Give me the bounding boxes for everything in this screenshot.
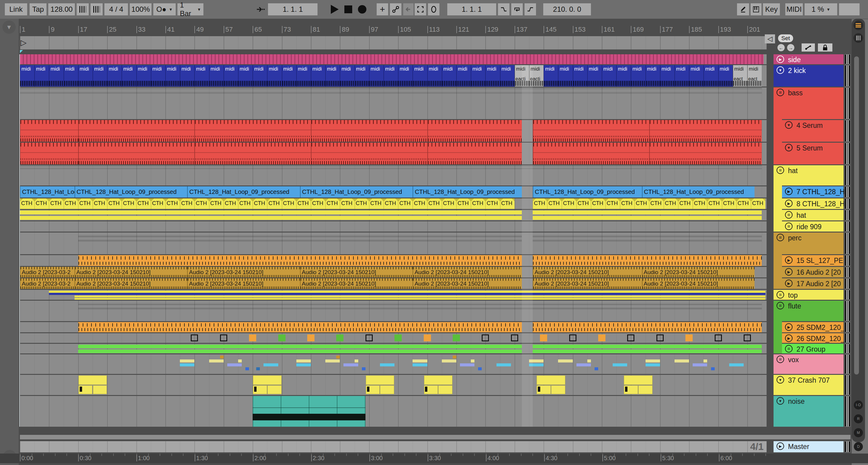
track-name[interactable]: 26 SDM2_120_ [797,335,845,343]
clip-midi[interactable]: midi [238,65,253,87]
clip-midi[interactable]: midi [340,65,354,87]
clip-serum[interactable] [427,143,522,164]
clip-cth[interactable]: CTH [500,198,515,209]
group-icon[interactable]: ≡ [777,166,784,174]
clip-vox-mark[interactable] [704,360,707,362]
clip-midi[interactable]: midi [180,65,194,87]
clip-cth[interactable]: CTH [383,198,398,209]
track-lane-16-audio-2-[20[interactable]: Audio 2 [2023-03-2Audio 2 [2023-03-24 15… [20,267,767,277]
punch-in-button[interactable] [415,3,426,15]
clip-crash[interactable] [536,375,565,395]
clip-small-out[interactable] [627,334,634,341]
clip-yellow-bands[interactable] [533,210,762,221]
track-lane-bass[interactable] [20,88,767,119]
track-lane-vox[interactable] [20,354,767,374]
unfold-right-icon[interactable]: ▶ [785,323,793,331]
clip-vox-mark[interactable] [587,360,591,362]
clip-midi[interactable]: midi [78,65,93,87]
track-name[interactable]: 15 SL_127_PE [797,257,843,265]
clip-cth[interactable]: CTH [412,198,427,209]
clip-cth[interactable]: CTH [194,198,209,209]
clip-cth[interactable]: CTH [282,198,297,209]
loop-switch[interactable] [511,3,523,15]
clip-midi[interactable]: midi [558,65,572,87]
clip-midi[interactable]: midi [646,65,660,87]
record-button[interactable] [356,3,368,15]
unfold-right-icon[interactable]: ▶ [785,334,793,342]
clip-audio[interactable]: Audio 2 [2023-03-24 150210] [300,278,413,289]
clip-cth[interactable]: CTH [722,198,736,209]
computer-midi-keyboard-button[interactable] [751,3,762,15]
clip-cth[interactable]: CTH [562,198,576,209]
track-name[interactable]: 2 kick [788,67,806,75]
clip-cth[interactable]: CTH [442,198,456,209]
clip-midi[interactable]: midi [282,65,297,87]
clip-vox-mark[interactable] [227,363,242,366]
clip-serum[interactable] [311,143,427,164]
clip-midi[interactable]: midi [675,65,689,87]
punch-out-button[interactable] [428,3,439,15]
clip-small-gr[interactable] [453,334,460,341]
clip-hat-loop[interactable]: CTHL_128_Hat_Loop_09_processed [300,186,413,198]
clip-midi[interactable]: midi [718,65,733,87]
track-header-hat[interactable]: ≡hat [774,210,843,221]
track-name[interactable]: flute [788,302,801,310]
clip-noise[interactable] [253,396,366,427]
clip-cth[interactable]: CTH [93,198,107,209]
clip-strip[interactable] [74,298,766,300]
clip-small-or[interactable] [307,334,314,341]
clip-midi[interactable]: midi [209,65,224,87]
clip-cth[interactable]: CTH [78,198,93,209]
clip-midi[interactable]: midi [602,65,616,87]
tempo-field[interactable]: 128.00 [48,3,75,15]
clip-cth[interactable]: CTH [151,198,165,209]
group-icon[interactable]: ≡ [777,89,784,96]
group-icon[interactable]: ≡ [785,223,793,230]
track-name[interactable]: 25 SDM2_120_ [797,324,845,332]
clip-hat-loop[interactable]: CTHL_128_Hat_Loop_09_processed [412,186,522,198]
clip-vox-mark[interactable] [264,363,278,366]
clip-vox-mark[interactable] [256,367,260,370]
clip-serum[interactable] [78,143,195,164]
clip-cth[interactable]: CTH [427,198,442,209]
track-lane-27-group[interactable] [20,344,767,354]
clip-midi[interactable]: midi [631,65,645,87]
track-header-side[interactable]: ▶side [774,54,843,64]
clip-serum[interactable] [649,120,762,142]
track-name[interactable]: 37 Crash 707 [788,376,830,385]
unfold-right-icon[interactable]: ▶ [785,256,793,264]
track-header-perc[interactable]: ≡perc [774,232,843,254]
automation-arm-button[interactable] [390,3,401,15]
clip-serum[interactable] [533,120,649,142]
clip-strip[interactable] [74,296,766,297]
clip-midi[interactable]: midi [311,65,326,87]
close-arranger-overview-button[interactable]: ▼ [2,21,16,34]
clip-cth[interactable]: CTH [751,198,765,209]
clip-small-or[interactable] [685,334,693,341]
clip-small-out[interactable] [482,334,489,341]
clip-cth[interactable]: CTH [471,198,485,209]
clip-cth[interactable]: CTH [20,198,34,209]
clip-midi[interactable]: midi [427,65,442,87]
track-header-bass[interactable]: ≡bass [774,88,843,119]
clip-cth[interactable]: CTH [577,198,591,209]
time-signature-field[interactable]: 4 / 4 [104,3,128,15]
track-header-26-sdm2_120_[interactable]: ▶26 SDM2_120_ [774,333,843,343]
track-lane-5-serum[interactable] [20,143,767,164]
unfold-down-icon[interactable]: ▼ [785,144,793,152]
clip-midi[interactable]: midi [573,65,587,87]
clip-yellow-bands[interactable] [20,210,522,221]
track-header-noise[interactable]: ▼noise [774,396,843,427]
clip-vox-mark[interactable] [354,360,358,362]
draw-mode-button[interactable] [737,3,749,15]
punch-out-switch[interactable] [525,3,536,15]
clip-cth[interactable]: CTH [49,198,63,209]
clip-small-gr[interactable] [395,334,402,341]
group-icon[interactable]: ≡ [777,234,784,241]
clip-midi[interactable]: midi [20,65,34,87]
clip-vox-mark[interactable] [209,360,224,362]
clip-vox-mark[interactable] [297,363,311,366]
group-icon[interactable]: ≡ [785,211,793,219]
clip-small-gr[interactable] [336,334,343,341]
link-button[interactable]: Link [5,3,27,15]
